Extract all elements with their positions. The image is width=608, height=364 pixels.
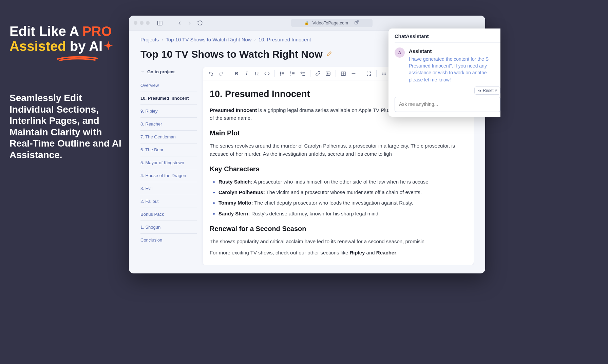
bold-button[interactable]: B — [232, 69, 241, 78]
bullet-list-button[interactable] — [278, 69, 287, 78]
list-item: Rusty Sabich: A prosecutor who finds him… — [218, 178, 467, 186]
outline-item-bear[interactable]: 6. The Bear — [140, 143, 197, 156]
chat-input[interactable] — [395, 97, 500, 112]
nav-back-icon[interactable] — [176, 20, 183, 26]
char-desc: Rusty's defense attorney, known for his … — [250, 211, 380, 216]
svg-rect-28 — [384, 74, 385, 74]
renewal-text: The show's popularity and critical accla… — [210, 237, 467, 245]
sparkle-icon: ✦ — [104, 40, 113, 52]
char-desc: The victim and a prosecutor whose murder… — [265, 189, 422, 195]
sidebar-toggle-icon[interactable] — [156, 20, 163, 26]
rewind-icon: ⏮ — [477, 88, 481, 93]
outline-item-fallout[interactable]: 2. Fallout — [140, 195, 197, 208]
outline-panel: ← Go to project Overview 10. Presumed In… — [140, 67, 197, 265]
footer-post: . — [396, 250, 398, 255]
share-icon[interactable] — [354, 20, 359, 26]
char-name: Rusty Sabich: — [218, 179, 252, 185]
link-button[interactable] — [313, 69, 323, 78]
svg-point-19 — [327, 73, 328, 74]
toolbar-divider — [336, 70, 336, 77]
checklist-button[interactable] — [298, 69, 307, 78]
character-list: Rusty Sabich: A prosecutor who finds him… — [210, 178, 467, 217]
traffic-light-close[interactable] — [134, 21, 137, 25]
svg-point-5 — [280, 75, 281, 75]
char-name: Carolyn Polhemus: — [218, 189, 265, 195]
marketing-paragraph: Seamlessly Edit Individual Sections, Int… — [10, 92, 121, 161]
breadcrumb-project[interactable]: Top 10 TV Shows to Watch Right Now — [166, 37, 251, 42]
italic-button[interactable]: I — [242, 69, 251, 78]
chat-assistant-panel: ChatAssistant A Assistant I have generat… — [388, 28, 500, 117]
key-characters-heading: Key Characters — [210, 164, 467, 174]
outline-item-gentleman[interactable]: 7. The Gentleman — [140, 131, 197, 143]
go-to-project-label: Go to project — [147, 69, 175, 74]
headline-assisted: Assisted — [10, 39, 70, 54]
traffic-light-max[interactable] — [146, 21, 150, 25]
underline-button[interactable]: U — [252, 69, 262, 78]
svg-rect-29 — [385, 74, 386, 74]
arrow-left-icon: ← — [140, 69, 145, 74]
code-button[interactable] — [262, 69, 272, 78]
svg-rect-26 — [385, 73, 386, 73]
toolbar-divider — [310, 70, 310, 77]
main-plot-text: The series revolves around the murder of… — [210, 142, 467, 158]
traffic-light-min[interactable] — [140, 21, 144, 25]
footer-link-reacher[interactable]: Reacher — [376, 250, 396, 255]
svg-rect-24 — [382, 73, 383, 73]
footer-pre: For more exciting TV shows, check out ou… — [210, 250, 349, 255]
nav-refresh-icon[interactable] — [196, 20, 203, 26]
chat-message-text: I have generated the content for the S P… — [409, 56, 500, 83]
marketing-copy: Edit Like A PRO Assisted by AI✦ Seamless… — [10, 24, 121, 161]
toolbar-divider — [376, 70, 377, 77]
chevron-right-icon: › — [254, 37, 256, 42]
char-name: Sandy Stern: — [218, 211, 250, 216]
go-to-project-link[interactable]: ← Go to project — [140, 67, 197, 79]
outline-item-reacher[interactable]: 8. Reacher — [140, 118, 197, 131]
outline-item-conclusion[interactable]: Conclusion — [140, 234, 197, 246]
svg-point-3 — [280, 72, 281, 73]
svg-rect-25 — [384, 73, 385, 73]
headline-byai: by AI — [70, 39, 102, 54]
svg-point-4 — [280, 73, 281, 74]
main-plot-heading: Main Plot — [210, 128, 467, 138]
breadcrumb-root[interactable]: Projects — [140, 37, 159, 42]
more-button[interactable] — [379, 69, 389, 78]
outline-item-shogun[interactable]: 1. Shogun — [140, 221, 197, 234]
outline-item-bonus[interactable]: Bonus Pack — [140, 208, 197, 221]
image-button[interactable] — [323, 69, 333, 78]
footer-link-ripley[interactable]: Ripley — [349, 250, 365, 255]
outline-item-evil[interactable]: 3. Evil — [140, 182, 197, 195]
outline-item-presumed-innocent[interactable]: 10. Presumed Innocent — [140, 92, 197, 105]
renewal-heading: Renewal for a Second Season — [210, 224, 467, 234]
page-title: Top 10 TV Shows to Watch Right Now — [140, 49, 323, 60]
char-desc: A prosecutor who finds himself on the ot… — [252, 179, 429, 185]
ordered-list-button[interactable]: 123 — [288, 69, 297, 78]
fullscreen-button[interactable] — [364, 69, 374, 78]
list-item: Sandy Stern: Rusty's defense attorney, k… — [218, 210, 467, 217]
url-bar[interactable]: 🔒 VideoToPage.com — [291, 19, 373, 27]
hr-button[interactable] — [349, 69, 358, 78]
reset-button[interactable]: ⏮ Reset P — [474, 87, 500, 95]
undo-button[interactable] — [206, 69, 216, 78]
table-button[interactable] — [339, 69, 348, 78]
outline-item-mayor[interactable]: 5. Mayor of Kingstown — [140, 156, 197, 169]
toolbar-divider — [361, 70, 361, 77]
svg-text:3: 3 — [290, 74, 291, 76]
outline-item-house-dragon[interactable]: 4. House of the Dragon — [140, 169, 197, 182]
footer-paragraph: For more exciting TV shows, check out ou… — [210, 249, 467, 256]
char-desc: The chief deputy prosecutor who leads th… — [253, 200, 413, 206]
chat-input-row: ⏮ Reset P — [395, 87, 500, 95]
nav-forward-icon[interactable] — [186, 20, 193, 26]
redo-button[interactable] — [216, 69, 226, 78]
chevron-right-icon: › — [162, 37, 163, 42]
list-item: Carolyn Polhemus: The victim and a prose… — [218, 188, 467, 196]
chat-message: A Assistant I have generated the content… — [395, 43, 500, 83]
headline-pro: PRO — [82, 24, 112, 39]
footer-mid: and — [365, 250, 376, 255]
char-name: Tommy Molto: — [218, 200, 253, 206]
breadcrumb-page[interactable]: 10. Presumed Innocent — [259, 37, 311, 42]
outline-item-overview[interactable]: Overview — [140, 79, 197, 92]
chat-title: ChatAssistant — [395, 33, 500, 43]
lock-icon: 🔒 — [304, 21, 309, 25]
edit-title-icon[interactable] — [326, 51, 332, 58]
outline-item-ripley[interactable]: 9. Ripley — [140, 105, 197, 118]
